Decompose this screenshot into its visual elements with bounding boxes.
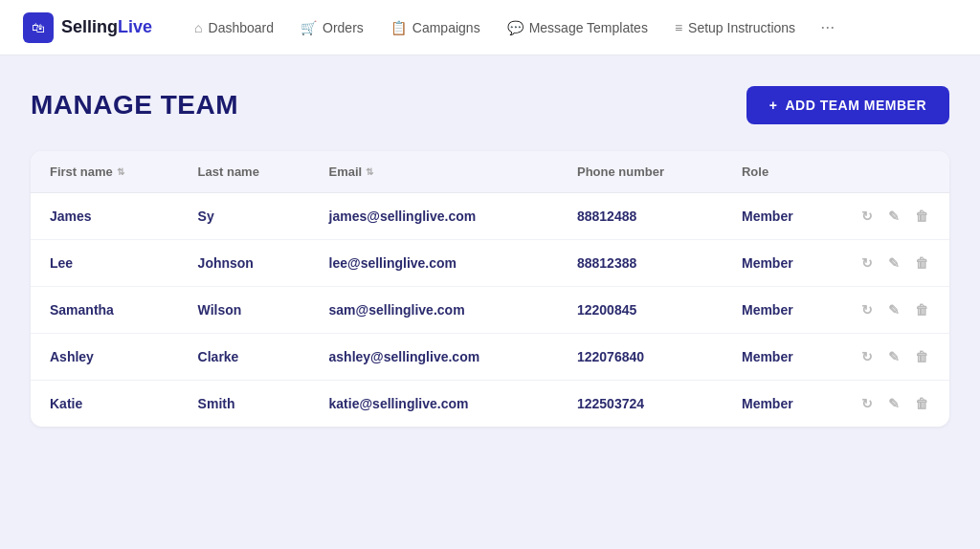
- edit-icon[interactable]: ✎: [886, 347, 902, 366]
- nav-label-setup: Setup Instructions: [688, 20, 795, 35]
- main-content: MANAGE TEAM + ADD TEAM MEMBER First name…: [0, 55, 980, 450]
- refresh-icon[interactable]: ↻: [859, 394, 875, 413]
- col-email[interactable]: Email ⇅: [310, 151, 558, 193]
- delete-icon[interactable]: 🗑: [913, 394, 930, 413]
- campaigns-icon: 📋: [390, 20, 407, 35]
- cell-first-name: Lee: [31, 240, 179, 287]
- cell-email: katie@sellinglive.com: [310, 381, 558, 428]
- cell-phone: 12200845: [558, 287, 723, 334]
- delete-icon[interactable]: 🗑: [913, 253, 930, 273]
- nav-more-button[interactable]: ···: [811, 11, 844, 43]
- nav-item-orders[interactable]: 🛒 Orders: [289, 14, 375, 41]
- sort-icon-email: ⇅: [366, 166, 373, 177]
- message-templates-icon: 💬: [507, 20, 523, 35]
- cell-email: james@sellinglive.com: [310, 193, 558, 240]
- edit-icon[interactable]: ✎: [886, 300, 902, 319]
- cell-last-name: Clarke: [179, 334, 310, 381]
- col-phone: Phone number: [558, 151, 723, 193]
- nav-item-campaigns[interactable]: 📋 Campaigns: [379, 14, 492, 41]
- col-role: Role: [723, 151, 840, 193]
- sort-icon-first-name: ⇅: [117, 166, 124, 177]
- edit-icon[interactable]: ✎: [886, 394, 902, 413]
- cell-email: ashley@sellinglive.com: [310, 334, 558, 381]
- table-row: James Sy james@sellinglive.com 88812488 …: [31, 193, 949, 240]
- cell-last-name: Johnson: [179, 240, 310, 287]
- cell-role: Member: [723, 334, 840, 381]
- cell-last-name: Wilson: [179, 287, 310, 334]
- cell-first-name: Samantha: [31, 287, 179, 334]
- nav-item-message-templates[interactable]: 💬 Message Templates: [496, 14, 659, 41]
- table-row: Lee Johnson lee@sellinglive.com 88812388…: [31, 240, 949, 287]
- cell-actions: ↻ ✎ 🗑: [840, 334, 949, 381]
- cell-actions: ↻ ✎ 🗑: [840, 381, 949, 428]
- cell-first-name: James: [31, 193, 179, 240]
- cell-actions: ↻ ✎ 🗑: [840, 287, 949, 334]
- setup-icon: ≡: [675, 20, 682, 35]
- header: 🛍 SellingLive ⌂ Dashboard 🛒 Orders 📋 Cam…: [0, 0, 980, 55]
- logo-icon: 🛍: [23, 12, 54, 43]
- col-last-name: Last name: [179, 151, 310, 193]
- delete-icon[interactable]: 🗑: [913, 300, 930, 319]
- nav-item-dashboard[interactable]: ⌂ Dashboard: [183, 14, 285, 41]
- delete-icon[interactable]: 🗑: [913, 347, 930, 366]
- cell-first-name: Ashley: [31, 334, 179, 381]
- table-header: First name ⇅ Last name Email ⇅: [31, 151, 949, 193]
- page-header: MANAGE TEAM + ADD TEAM MEMBER: [31, 86, 949, 124]
- edit-icon[interactable]: ✎: [886, 253, 902, 273]
- nav-item-setup-instructions[interactable]: ≡ Setup Instructions: [663, 14, 807, 41]
- refresh-icon[interactable]: ↻: [859, 347, 875, 366]
- col-first-name[interactable]: First name ⇅: [31, 151, 179, 193]
- cell-last-name: Sy: [179, 193, 310, 240]
- add-team-member-button[interactable]: + ADD TEAM MEMBER: [746, 86, 949, 124]
- refresh-icon[interactable]: ↻: [859, 207, 875, 226]
- refresh-icon[interactable]: ↻: [859, 300, 875, 319]
- team-table: First name ⇅ Last name Email ⇅: [31, 151, 949, 427]
- logo-text: SellingLive: [61, 17, 152, 37]
- cell-email: sam@sellinglive.com: [310, 287, 558, 334]
- cell-email: lee@sellinglive.com: [310, 240, 558, 287]
- table-row: Ashley Clarke ashley@sellinglive.com 122…: [31, 334, 949, 381]
- table-body: James Sy james@sellinglive.com 88812488 …: [31, 193, 949, 428]
- edit-icon[interactable]: ✎: [886, 207, 902, 226]
- add-icon: +: [769, 98, 778, 113]
- cell-role: Member: [723, 193, 840, 240]
- orders-icon: 🛒: [301, 20, 317, 35]
- cell-actions: ↻ ✎ 🗑: [840, 240, 949, 287]
- team-table-container: First name ⇅ Last name Email ⇅: [31, 151, 949, 427]
- dashboard-icon: ⌂: [194, 20, 202, 35]
- nav-label-message-templates: Message Templates: [529, 20, 648, 35]
- cell-role: Member: [723, 287, 840, 334]
- page-title: MANAGE TEAM: [31, 90, 238, 121]
- cell-phone: 122076840: [558, 334, 723, 381]
- refresh-icon[interactable]: ↻: [859, 253, 875, 273]
- nav-label-dashboard: Dashboard: [209, 20, 275, 35]
- cell-phone: 88812388: [558, 240, 723, 287]
- cell-first-name: Katie: [31, 381, 179, 428]
- table-row: Katie Smith katie@sellinglive.com 122503…: [31, 381, 949, 428]
- cell-phone: 88812488: [558, 193, 723, 240]
- nav: ⌂ Dashboard 🛒 Orders 📋 Campaigns 💬 Messa…: [183, 11, 957, 43]
- nav-label-orders: Orders: [323, 20, 364, 35]
- add-button-label: ADD TEAM MEMBER: [786, 98, 927, 113]
- cell-actions: ↻ ✎ 🗑: [840, 193, 949, 240]
- cell-phone: 122503724: [558, 381, 723, 428]
- cell-role: Member: [723, 381, 840, 428]
- delete-icon[interactable]: 🗑: [913, 207, 930, 226]
- table-row: Samantha Wilson sam@sellinglive.com 1220…: [31, 287, 949, 334]
- cell-role: Member: [723, 240, 840, 287]
- col-actions: [840, 151, 949, 193]
- cell-last-name: Smith: [179, 381, 310, 428]
- logo[interactable]: 🛍 SellingLive: [23, 12, 152, 43]
- nav-label-campaigns: Campaigns: [412, 20, 480, 35]
